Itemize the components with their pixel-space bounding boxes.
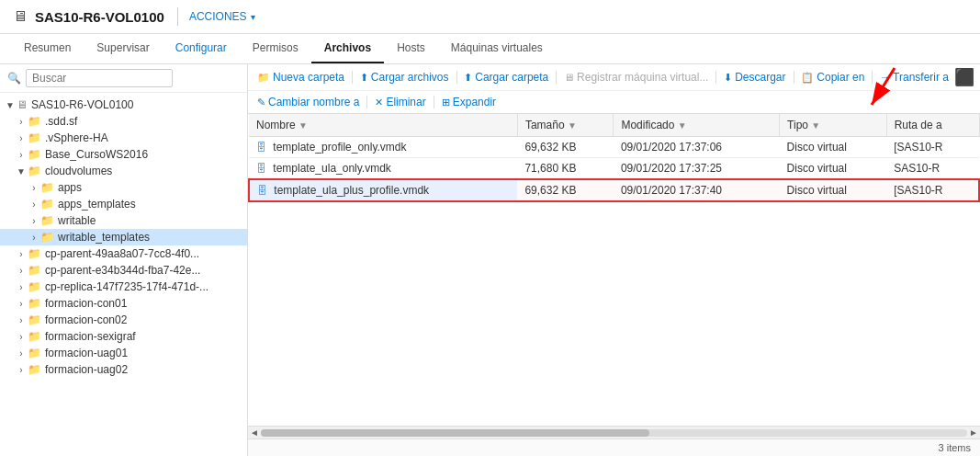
folder-icon: 🖥 xyxy=(17,98,28,111)
transfer-icon: → xyxy=(880,72,890,83)
table-row[interactable]: 🗄 template_profile_only.vmdk 69,632 KB 0… xyxy=(249,137,979,158)
tree-label: apps xyxy=(58,181,82,194)
col-tipo[interactable]: Tipo ▼ xyxy=(780,114,887,137)
transferir-button[interactable]: → Transferir a xyxy=(876,69,952,85)
sidebar: 🔍 ▼ 🖥 SAS10-R6-VOL0100 › 📁 .sdd.sf › 📁 .… xyxy=(0,64,248,456)
sort-icon-tamano: ▼ xyxy=(568,120,577,131)
expand-icon: ▼ xyxy=(15,166,28,177)
cell-tamano: 71,680 KB xyxy=(517,158,614,180)
tree-label: .vSphere-HA xyxy=(45,131,108,144)
expand-icon: › xyxy=(15,266,28,276)
tree-item-apps[interactable]: › 📁 apps xyxy=(0,179,247,196)
copiar-en-button[interactable]: 📋 Copiar en xyxy=(797,69,868,85)
separator5 xyxy=(794,71,794,84)
separator8 xyxy=(434,96,434,108)
header-divider xyxy=(177,7,178,26)
cargar-archivos-button[interactable]: ⬆ Cargar archivos xyxy=(356,69,453,85)
tree-label: cp-parent-49aa8a07-7cc8-4f0... xyxy=(45,247,199,260)
cambiar-nombre-button[interactable]: ✎ Cambiar nombre a xyxy=(253,94,363,110)
separator3 xyxy=(556,71,557,84)
nav-tabs: Resumen Supervisar Configurar Permisos A… xyxy=(0,34,980,64)
tab-supervisar[interactable]: Supervisar xyxy=(84,34,162,63)
tab-configurar[interactable]: Configurar xyxy=(163,34,240,63)
main: 🔍 ▼ 🖥 SAS10-R6-VOL0100 › 📁 .sdd.sf › 📁 .… xyxy=(0,64,980,456)
tree-item-apps-templates[interactable]: › 📁 apps_templates xyxy=(0,196,247,212)
table-row-selected[interactable]: 🗄 template_ula_plus_profile.vmdk 69,632 … xyxy=(249,179,979,201)
tree-label: formacion-uag01 xyxy=(45,347,128,359)
delete-icon: ✕ xyxy=(375,97,383,108)
cell-modificado: 09/01/2020 17:37:25 xyxy=(614,158,780,180)
folder-icon: 📁 xyxy=(40,231,54,244)
hscroll-bar[interactable]: ◄ ► xyxy=(248,426,980,439)
header: 🖥 SAS10-R6-VOL0100 ACCIONES ▾ xyxy=(0,0,980,34)
tree-item-sdd[interactable]: › 📁 .sdd.sf xyxy=(0,113,247,130)
tree-item-base[interactable]: › 📁 Base_CursoWS2016 xyxy=(0,146,247,163)
cargar-carpeta-button[interactable]: ⬆ Cargar carpeta xyxy=(460,69,552,85)
expand-icon: › xyxy=(15,282,28,292)
green-icon[interactable]: ⬛ xyxy=(954,67,974,87)
hscroll-track[interactable] xyxy=(261,429,967,437)
tree-item-cp2[interactable]: › 📁 cp-parent-e34b344d-fba7-42e... xyxy=(0,262,247,279)
expand-icon: ⊞ xyxy=(442,97,450,108)
tree-item-formacion1[interactable]: › 📁 formacion-con01 xyxy=(0,295,247,312)
col-tamano[interactable]: Tamaño ▼ xyxy=(517,114,614,137)
expand-icon: › xyxy=(28,183,40,193)
tab-permisos[interactable]: Permisos xyxy=(240,34,311,63)
separator xyxy=(352,71,353,84)
tree-item-formacion5[interactable]: › 📁 formacion-uag02 xyxy=(0,361,247,378)
folder-icon: 📁 xyxy=(28,330,41,343)
scroll-left-icon[interactable]: ◄ xyxy=(250,427,259,438)
tree-label: writable xyxy=(58,214,96,227)
tab-hosts[interactable]: Hosts xyxy=(384,34,438,63)
expand-icon: › xyxy=(28,233,40,243)
scroll-right-icon[interactable]: ► xyxy=(969,427,978,438)
tree-item-cp3[interactable]: › 📁 cp-replica-147f7235-17f4-471d-... xyxy=(0,279,247,295)
expandir-button[interactable]: ⊞ Expandir xyxy=(438,94,500,110)
col-nombre[interactable]: Nombre ▼ xyxy=(249,114,517,137)
cell-nombre: 🗄 template_ula_plus_profile.vmdk xyxy=(249,179,517,201)
cell-ruta: [SAS10-R xyxy=(886,137,979,158)
tree-label: Base_CursoWS2016 xyxy=(45,148,148,161)
table-area: Nombre ▼ Tamaño ▼ Modificado ▼ Tipo ▼ Ru xyxy=(248,114,980,426)
tree-item-writable[interactable]: › 📁 writable xyxy=(0,212,247,229)
tree-item-cp1[interactable]: › 📁 cp-parent-49aa8a07-7cc8-4f0... xyxy=(0,245,247,262)
tree-label: formacion-uag02 xyxy=(45,363,128,376)
separator7 xyxy=(366,96,367,108)
tree-item-root[interactable]: ▼ 🖥 SAS10-R6-VOL0100 xyxy=(0,97,247,113)
tree-item-formacion2[interactable]: › 📁 formacion-con02 xyxy=(0,312,247,328)
folder-icon: 📁 xyxy=(28,347,41,359)
tab-archivos[interactable]: Archivos xyxy=(311,34,384,63)
nueva-carpeta-button[interactable]: 📁 Nueva carpeta xyxy=(253,69,348,85)
folder-icon: 📁 xyxy=(257,72,270,84)
tab-maquinas[interactable]: Máquinas virtuales xyxy=(438,34,556,63)
eliminar-button[interactable]: ✕ Eliminar xyxy=(371,94,429,110)
tree-item-formacion4[interactable]: › 📁 formacion-uag01 xyxy=(0,345,247,361)
col-modificado[interactable]: Modificado ▼ xyxy=(614,114,780,137)
file-tree: ▼ 🖥 SAS10-R6-VOL0100 › 📁 .sdd.sf › 📁 .vS… xyxy=(0,93,247,382)
folder-icon: 📁 xyxy=(28,148,41,161)
tree-item-formacion3[interactable]: › 📁 formacion-sexigraf xyxy=(0,328,247,345)
col-ruta[interactable]: Ruta de a xyxy=(886,114,979,137)
hscroll-thumb[interactable] xyxy=(261,429,649,437)
folder-icon: 📁 xyxy=(28,280,41,293)
tree-item-writable-templates[interactable]: › 📁 writable_templates xyxy=(0,229,247,245)
folder-icon: 📁 xyxy=(40,198,54,211)
search-input[interactable] xyxy=(26,69,173,87)
tree-label: cloudvolumes xyxy=(45,165,112,177)
expand-icon: ▼ xyxy=(4,100,17,110)
cell-nombre: 🗄 template_ula_only.vmdk xyxy=(249,158,517,180)
table-row[interactable]: 🗄 template_ula_only.vmdk 71,680 KB 09/01… xyxy=(249,158,979,180)
separator4 xyxy=(715,71,716,84)
tree-item-cloudvolumes[interactable]: ▼ 📁 cloudvolumes xyxy=(0,163,247,179)
folder-icon: 📁 xyxy=(28,313,41,326)
separator2 xyxy=(456,71,457,84)
folder-icon: 📁 xyxy=(28,131,41,144)
items-count: 3 items xyxy=(939,442,971,453)
registrar-button[interactable]: 🖥 Registrar máquina virtual... xyxy=(560,69,712,85)
actions-button[interactable]: ACCIONES ▾ xyxy=(189,10,255,23)
tab-resumen[interactable]: Resumen xyxy=(11,34,84,63)
expand-icon: › xyxy=(15,332,28,342)
tree-item-vsphere[interactable]: › 📁 .vSphere-HA xyxy=(0,130,247,146)
descargar-button[interactable]: ⬇ Descargar xyxy=(720,69,789,85)
tree-label: cp-replica-147f7235-17f4-471d-... xyxy=(45,280,208,293)
